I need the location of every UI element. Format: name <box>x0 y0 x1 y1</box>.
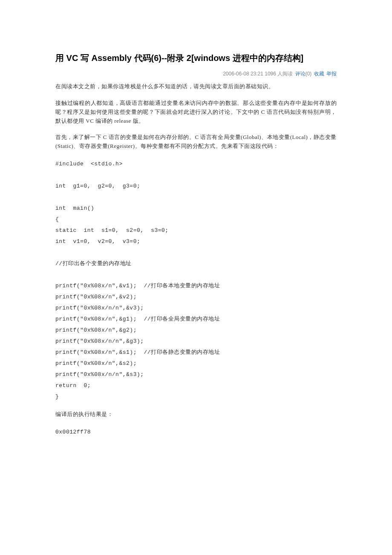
code-block: #include <stdio.h> int g1=0, g2=0, g3=0;… <box>55 159 337 402</box>
comments-link[interactable]: 评论 <box>295 71 306 77</box>
post-meta: 2006-06-08 23:21 1096 人阅读 评论(0) 收藏 举报 <box>55 70 337 78</box>
paragraph: 接触过编程的人都知道，高级语言都能通过变量名来访问内存中的数据。那么这些变量在内… <box>55 99 337 125</box>
favorite-link[interactable]: 收藏 <box>314 71 324 77</box>
comments-count: (0) <box>306 71 312 77</box>
page-title: 用 VC 写 Assembly 代码(6)--附录 2[windows 进程中的… <box>55 51 337 65</box>
paragraph: 编译后的执行结果是： <box>55 410 337 419</box>
paragraph: 首先，来了解一下 C 语言的变量是如何在内存分部的。C 语言有全局变量(Glob… <box>55 133 337 151</box>
post-datetime: 2006-06-08 23:21 <box>223 71 263 77</box>
result-output: 0x0012ff78 <box>55 427 337 438</box>
report-link[interactable]: 举报 <box>326 71 337 77</box>
paragraph: 在阅读本文之前，如果你连堆栈是什么多不知道的话，请先阅读文章后面的基础知识。 <box>55 82 337 91</box>
post-reads: 1096 人阅读 <box>265 71 293 77</box>
article-content: 在阅读本文之前，如果你连堆栈是什么多不知道的话，请先阅读文章后面的基础知识。 接… <box>55 82 337 438</box>
